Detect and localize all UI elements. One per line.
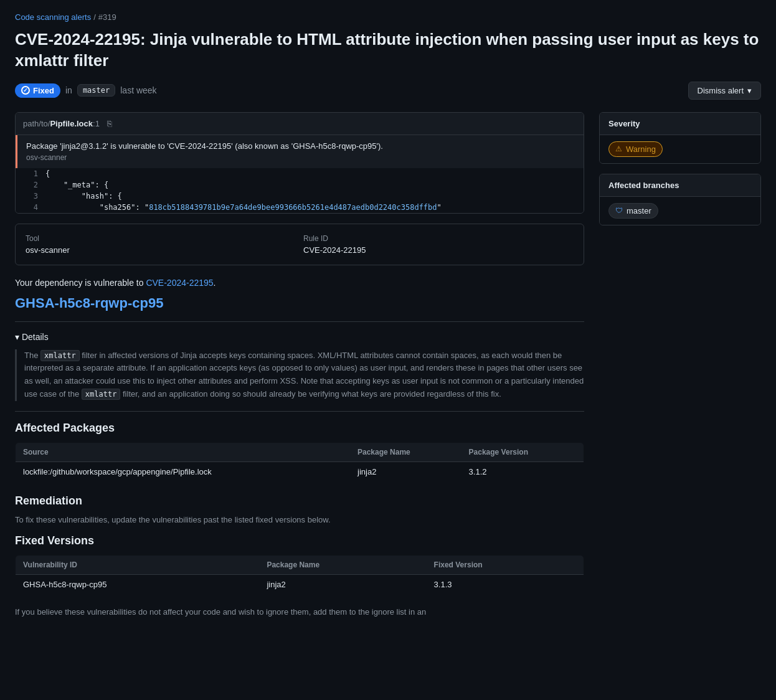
fixed-badge: ✓ Fixed: [15, 83, 60, 98]
fixed-label: Fixed: [33, 86, 54, 95]
breadcrumb: Code scanning alerts / #319: [15, 12, 761, 22]
page-title: CVE-2024-22195: Jinja vulnerable to HTML…: [15, 29, 761, 72]
table-header-row: Source Package Name Package Version: [16, 442, 584, 461]
breadcrumb-issue: #319: [98, 12, 116, 22]
fixed-versions-table: Vulnerability ID Package Name Fixed Vers…: [15, 555, 584, 595]
breadcrumb-separator: /: [93, 12, 96, 22]
details-body: The xmlattr filter in affected versions …: [15, 349, 584, 401]
cell-package-name: jinja2: [350, 461, 461, 481]
dependency-text: Your dependency is vulnerable to CVE-202…: [15, 278, 584, 288]
col-vuln-id: Vulnerability ID: [16, 555, 260, 574]
code-line-4: 4 "sha256": "818cb5188439781b9e7a64de9be…: [16, 202, 584, 213]
col-package-version: Package Version: [461, 442, 584, 461]
affected-packages-title: Affected Packages: [15, 422, 584, 435]
file-section: path/to/Pipfile.lock:1 ⎘ Package 'jinja2…: [15, 112, 584, 214]
rule-id-value: CVE-2024-22195: [303, 245, 574, 255]
meta-section: Tool osv-scanner Rule ID CVE-2024-22195: [15, 224, 584, 265]
dropdown-arrow-icon: ▾: [747, 86, 752, 95]
dismiss-label: Dismiss alert: [698, 86, 744, 95]
cell-fixed-version: 3.1.3: [427, 574, 584, 594]
col-source: Source: [16, 442, 351, 461]
affected-branches-body: 🛡 master: [600, 197, 760, 225]
alert-tool: osv-scanner: [26, 153, 575, 162]
code-lines: 1 { 2 "_meta": { 3 "hash": { 4: [16, 168, 584, 213]
file-header: path/to/Pipfile.lock:1 ⎘: [16, 113, 584, 135]
table-row: GHSA-h5c8-rqwp-cp95 jinja2 3.1.3: [16, 574, 584, 594]
in-label: in: [65, 85, 72, 95]
file-name: Pipfile.lock: [50, 119, 93, 128]
branch-tag: master: [77, 84, 115, 97]
tool-value: osv-scanner: [26, 245, 296, 255]
main-content: path/to/Pipfile.lock:1 ⎘ Package 'jinja2…: [15, 112, 584, 629]
severity-card: Severity ⚠ Warning: [599, 112, 761, 164]
meta-grid: Tool osv-scanner Rule ID CVE-2024-22195: [26, 234, 574, 255]
check-icon: ✓: [21, 86, 30, 95]
note-text: If you believe these vulnerabilities do …: [15, 607, 584, 617]
alert-box: Package 'jinja2@3.1.2' is vulnerable to …: [16, 135, 584, 168]
divider-2: [15, 411, 584, 412]
code-line-3: 3 "hash": {: [16, 191, 584, 202]
divider-1: [15, 321, 584, 322]
code-line-1: 1 {: [16, 168, 584, 179]
cell-package-version: 3.1.2: [461, 461, 584, 481]
col-fixed-version: Fixed Version: [427, 555, 584, 574]
fixed-table-header-row: Vulnerability ID Package Name Fixed Vers…: [16, 555, 584, 574]
fixed-versions-title: Fixed Versions: [15, 534, 584, 547]
file-path: path/to/Pipfile.lock:1: [23, 119, 100, 128]
vuln-section: Your dependency is vulnerable to CVE-202…: [15, 278, 584, 617]
remediation-text: To fix these vulnerabilities, update the…: [15, 515, 584, 524]
alert-message: Package 'jinja2@3.1.2' is vulnerable to …: [26, 141, 575, 151]
severity-value: Warning: [626, 144, 656, 154]
tool-block: Tool osv-scanner: [26, 234, 296, 255]
breadcrumb-link[interactable]: Code scanning alerts: [15, 12, 91, 22]
severity-body: ⚠ Warning: [600, 135, 760, 163]
warning-icon: ⚠: [615, 144, 622, 153]
severity-header: Severity: [600, 113, 760, 135]
ghsa-title: GHSA-h5c8-rqwp-cp95: [15, 295, 584, 311]
table-row: lockfile:/github/workspace/gcp/appengine…: [16, 461, 584, 481]
top-row: ✓ Fixed in master last week Dismiss aler…: [15, 82, 761, 100]
cell-source: lockfile:/github/workspace/gcp/appengine…: [16, 461, 351, 481]
rule-id-block: Rule ID CVE-2024-22195: [303, 234, 574, 255]
affected-packages-table: Source Package Name Package Version lock…: [15, 442, 584, 482]
code-line-2: 2 "_meta": {: [16, 179, 584, 191]
affected-branches-header: Affected branches: [600, 174, 760, 197]
dismiss-button[interactable]: Dismiss alert ▾: [688, 82, 761, 100]
time-label: last week: [120, 85, 156, 95]
main-layout: path/to/Pipfile.lock:1 ⎘ Package 'jinja2…: [15, 112, 761, 629]
cve-link[interactable]: CVE-2024-22195: [146, 278, 213, 288]
sidebar: Severity ⚠ Warning Affected branches 🛡 m…: [599, 112, 761, 629]
copy-button[interactable]: ⎘: [105, 118, 115, 130]
tool-label: Tool: [26, 234, 296, 243]
cell-pkg-name: jinja2: [259, 574, 426, 594]
xmlattr-code-2: xmlattr: [82, 389, 121, 400]
cell-vuln-id: GHSA-h5c8-rqwp-cp95: [16, 574, 260, 594]
remediation-title: Remediation: [15, 494, 584, 508]
rule-id-label: Rule ID: [303, 234, 574, 243]
branch-badge: 🛡 master: [608, 203, 658, 219]
shield-icon: 🛡: [615, 206, 623, 215]
affected-branches-card: Affected branches 🛡 master: [599, 174, 761, 225]
col-pkg-name: Package Name: [259, 555, 426, 574]
xmlattr-code-1: xmlattr: [40, 350, 80, 361]
status-section: ✓ Fixed in master last week: [15, 83, 157, 98]
severity-badge: ⚠ Warning: [608, 141, 663, 157]
fixed-versions-section: Fixed Versions Vulnerability ID Package …: [15, 534, 584, 595]
col-package-name: Package Name: [350, 442, 461, 461]
details-summary[interactable]: ▾ Details: [15, 332, 584, 342]
branch-name: master: [627, 206, 651, 215]
